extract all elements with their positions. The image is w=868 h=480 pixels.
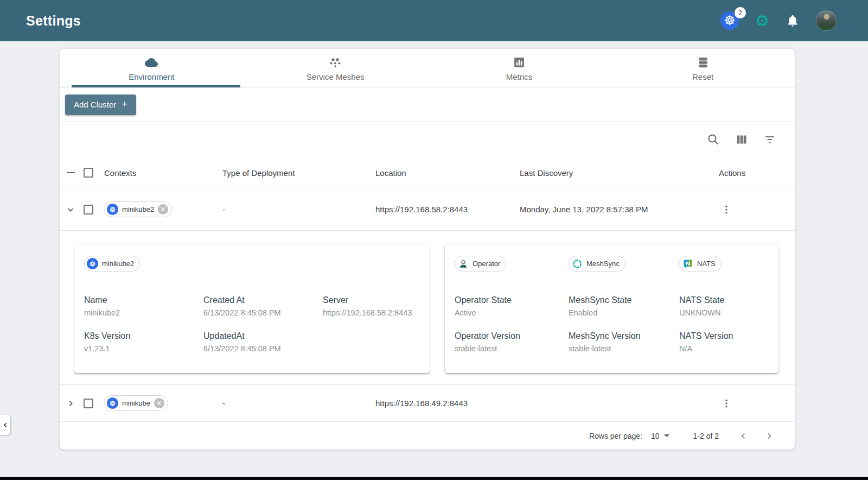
context-cell: ☸ minikube2 ✕ bbox=[104, 201, 222, 217]
chip-label: MeshSync bbox=[586, 260, 622, 268]
context-chip-minikube[interactable]: ☸ minikube ✕ bbox=[104, 395, 168, 411]
previous-page-button[interactable] bbox=[736, 429, 750, 443]
nats-chip[interactable]: NATS bbox=[679, 256, 722, 271]
row-checkbox[interactable] bbox=[84, 399, 93, 408]
expand-row-icon[interactable] bbox=[60, 397, 81, 409]
field-k8s-version: K8s Version v1.23.1 bbox=[84, 331, 203, 353]
field-operator-version: Operator Version stable-latest bbox=[455, 331, 569, 353]
tab-service-meshes[interactable]: Service Meshes bbox=[244, 49, 427, 87]
chip-label: minikube bbox=[122, 399, 150, 407]
chip-label: minikube2 bbox=[122, 205, 154, 213]
tab-label: Metrics bbox=[506, 72, 532, 81]
kubernetes-icon: ☸ bbox=[107, 204, 118, 215]
sidebar-collapse-handle[interactable] bbox=[0, 415, 10, 435]
tab-metrics[interactable]: Metrics bbox=[427, 49, 611, 87]
page-title: Settings bbox=[26, 13, 81, 29]
table-pagination: Rows per page: 10 1-2 of 2 bbox=[60, 421, 795, 450]
view-columns-icon[interactable] bbox=[734, 132, 749, 147]
add-cluster-label: Add Cluster bbox=[74, 100, 116, 109]
table-row-minikube: ☸ minikube ✕ - https://192.168.49.2:8443 bbox=[60, 384, 795, 421]
operator-person-icon bbox=[457, 258, 469, 269]
field-nats-state: NATS State UNKNOWN bbox=[679, 295, 769, 317]
cluster-chip-minikube2[interactable]: ☸ minikube2 bbox=[84, 256, 140, 271]
cluster-detail-panel: ☸ minikube2 Name minikube2 Created At 6/… bbox=[60, 230, 795, 384]
location-cell: https://192.168.58.2:8443 bbox=[375, 205, 520, 214]
field-name: Name minikube2 bbox=[84, 295, 203, 317]
meshsync-icon bbox=[571, 258, 583, 269]
context-chip-minikube2[interactable]: ☸ minikube2 ✕ bbox=[104, 201, 172, 217]
column-header-type-of-deployment[interactable]: Type of Deployment bbox=[222, 168, 375, 178]
chip-label: NATS bbox=[697, 260, 718, 268]
operator-fields: Operator State Active MeshSync State Ena… bbox=[455, 295, 769, 353]
cluster-info-card: ☸ minikube2 Name minikube2 Created At 6/… bbox=[74, 244, 430, 373]
dropdown-caret-icon bbox=[664, 434, 669, 437]
tab-reset[interactable]: Reset bbox=[611, 49, 795, 87]
plus-icon: + bbox=[122, 99, 127, 110]
chip-label: minikube2 bbox=[102, 260, 136, 268]
pagination-range: 1-2 of 2 bbox=[693, 432, 719, 440]
filter-icon[interactable] bbox=[762, 132, 777, 147]
meshsync-chip[interactable]: MeshSync bbox=[569, 256, 626, 271]
select-all-checkbox[interactable] bbox=[84, 168, 93, 178]
window-bottom-edge bbox=[0, 477, 868, 480]
tab-label: Service Meshes bbox=[307, 72, 365, 81]
type-of-deployment-cell: - bbox=[222, 205, 375, 214]
nats-logo-icon bbox=[682, 258, 693, 269]
add-cluster-button[interactable]: Add Cluster + bbox=[65, 94, 136, 115]
header-icons: ☸ 2 ⚙ bbox=[720, 10, 837, 31]
column-header-last-discovery[interactable]: Last Discovery bbox=[520, 168, 712, 178]
table-row-minikube2: ☸ minikube2 ✕ - https://192.168.58.2:844… bbox=[60, 188, 795, 230]
kubernetes-icon: ☸ bbox=[724, 14, 736, 27]
database-icon bbox=[697, 55, 710, 70]
field-operator-state: Operator State Active bbox=[455, 295, 569, 317]
settings-tabs: Environment Service Meshes bbox=[60, 49, 795, 88]
field-meshsync-state: MeshSync State Enabled bbox=[569, 295, 679, 317]
user-avatar[interactable] bbox=[816, 10, 837, 31]
location-cell: https://192.168.49.2:8443 bbox=[375, 399, 520, 408]
chip-delete-icon[interactable]: ✕ bbox=[158, 204, 168, 214]
chip-label: Operator bbox=[473, 260, 502, 268]
field-meshsync-version: MeshSync Version stable-latest bbox=[569, 331, 679, 353]
next-page-button[interactable] bbox=[762, 429, 776, 443]
settings-gear-icon[interactable]: ⚙ bbox=[755, 13, 769, 29]
field-nats-version: NATS Version N/A bbox=[679, 331, 769, 353]
collapse-row-icon[interactable] bbox=[60, 204, 81, 216]
tab-label: Reset bbox=[692, 72, 713, 81]
context-count-badge: 2 bbox=[735, 7, 746, 18]
operator-info-card: Operator MeshSync bbox=[445, 244, 778, 373]
settings-card: Environment Service Meshes bbox=[60, 49, 795, 450]
kubernetes-context-switcher-button[interactable]: ☸ 2 bbox=[720, 11, 739, 30]
rows-per-page-value: 10 bbox=[651, 432, 660, 440]
row-actions-kebab-icon[interactable] bbox=[719, 396, 734, 411]
kubernetes-icon: ☸ bbox=[107, 397, 118, 409]
chip-delete-icon[interactable]: ✕ bbox=[154, 398, 164, 408]
column-header-location[interactable]: Location bbox=[375, 168, 520, 178]
field-created-at: Created At 6/13/2022 8:45:08 PM bbox=[203, 295, 323, 317]
table-header-row: Contexts Type of Deployment Location Las… bbox=[60, 157, 795, 188]
search-icon[interactable] bbox=[706, 132, 721, 147]
mesh-icon bbox=[328, 55, 342, 70]
notifications-bell-icon[interactable] bbox=[786, 14, 800, 28]
context-cell: ☸ minikube ✕ bbox=[104, 395, 222, 411]
cloud-icon bbox=[143, 55, 159, 70]
row-actions-kebab-icon[interactable] bbox=[719, 202, 734, 217]
kubernetes-icon: ☸ bbox=[87, 258, 98, 269]
operator-chips-row: Operator MeshSync bbox=[455, 256, 769, 271]
field-server: Server https://192.168.58.2:8443 bbox=[323, 295, 420, 317]
field-updated-at: UpdatedAt 6/13/2022 8:45:08 PM bbox=[203, 331, 323, 353]
last-discovery-cell: Monday, June 13, 2022 8:57:38 PM bbox=[520, 205, 712, 214]
app-header: Settings ☸ 2 ⚙ bbox=[0, 0, 868, 41]
tab-environment[interactable]: Environment bbox=[60, 49, 244, 87]
collapse-all-icon bbox=[67, 172, 75, 173]
actions-bar: Add Cluster + bbox=[60, 88, 795, 122]
cluster-fields: Name minikube2 Created At 6/13/2022 8:45… bbox=[84, 295, 420, 353]
row-checkbox[interactable] bbox=[84, 205, 93, 214]
column-header-contexts[interactable]: Contexts bbox=[104, 168, 222, 178]
table-toolbar bbox=[60, 122, 795, 157]
rows-per-page-label: Rows per page: bbox=[589, 432, 642, 440]
tab-label: Environment bbox=[129, 72, 174, 81]
bar-chart-icon bbox=[513, 55, 526, 70]
rows-per-page-select[interactable]: 10 bbox=[651, 432, 669, 440]
operator-chip[interactable]: Operator bbox=[455, 256, 506, 271]
column-header-actions[interactable]: Actions bbox=[712, 168, 795, 178]
